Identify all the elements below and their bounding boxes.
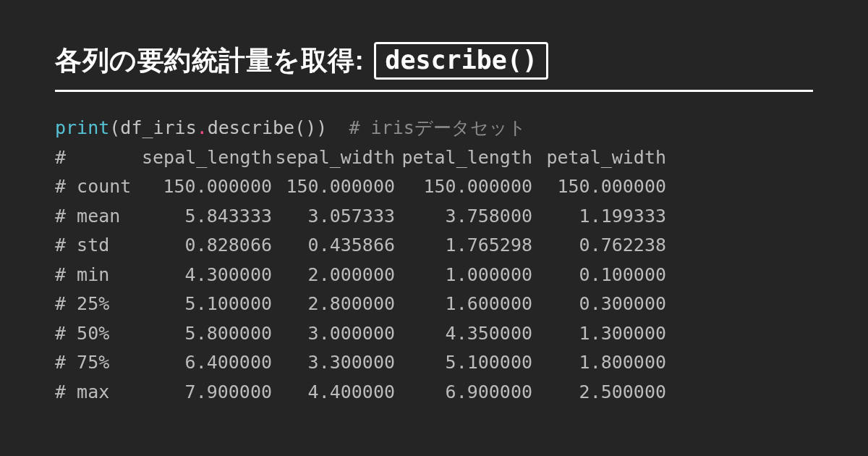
slide-title-text: 各列の要約統計量を取得: xyxy=(55,43,364,79)
output-row-label: # min xyxy=(55,261,142,290)
output-cell-value: 1.800000 xyxy=(532,348,666,378)
output-row-label: # count xyxy=(55,172,142,202)
slide-title-row: 各列の要約統計量を取得: describe() xyxy=(55,42,813,92)
code-paren-close: ) xyxy=(316,117,327,138)
code-method-call: describe() xyxy=(208,117,317,138)
output-cell-value: 5.843333 xyxy=(142,202,272,232)
output-cell-value: 4.300000 xyxy=(142,261,272,290)
output-cell-value: 5.800000 xyxy=(142,319,272,349)
output-cell-value: 5.100000 xyxy=(395,348,532,378)
output-cell-value: 4.400000 xyxy=(272,378,395,408)
output-data-row: # 75%6.4000003.3000005.1000001.800000 xyxy=(55,348,813,378)
output-cell-value: 3.758000 xyxy=(395,202,532,232)
output-data-row: # 25%5.1000002.8000001.6000000.300000 xyxy=(55,290,813,319)
output-row-label: # std xyxy=(55,231,142,261)
output-cell-value: 0.762238 xyxy=(532,231,666,261)
output-cell-value: 6.400000 xyxy=(142,348,272,378)
output-cell-value: 3.057333 xyxy=(272,202,395,232)
output-cell-value: 1.600000 xyxy=(395,290,532,319)
output-col-header: sepal_length xyxy=(142,143,272,173)
output-cell-value: 0.435866 xyxy=(272,231,395,261)
slide-title-boxed-code: describe() xyxy=(374,42,548,80)
output-rows-container: # count150.000000150.000000150.000000150… xyxy=(55,172,813,407)
output-row-label: # max xyxy=(55,378,142,408)
code-inline-comment: # irisデータセット xyxy=(327,117,526,138)
output-data-row: # mean5.8433333.0573333.7580001.199333 xyxy=(55,202,813,232)
code-block: print(df_iris.describe()) # irisデータセット #… xyxy=(55,114,813,407)
output-cell-value: 0.100000 xyxy=(532,261,666,290)
output-row-label: # 25% xyxy=(55,290,142,319)
output-cell-value: 3.000000 xyxy=(272,319,395,349)
output-cell-value: 150.000000 xyxy=(272,172,395,202)
output-cell-value: 150.000000 xyxy=(532,172,666,202)
output-data-row: # max7.9000004.4000006.9000002.500000 xyxy=(55,378,813,408)
code-argument: df_iris xyxy=(120,117,196,138)
output-data-row: # count150.000000150.000000150.000000150… xyxy=(55,172,813,202)
output-header-label: # xyxy=(55,143,142,173)
output-data-row: # 50%5.8000003.0000004.3500001.300000 xyxy=(55,319,813,349)
output-row-label: # 50% xyxy=(55,319,142,349)
output-cell-value: 1.300000 xyxy=(532,319,666,349)
output-cell-value: 2.500000 xyxy=(532,378,666,408)
output-cell-value: 4.350000 xyxy=(395,319,532,349)
output-row-label: # mean xyxy=(55,202,142,232)
code-dot: . xyxy=(197,117,208,138)
output-cell-value: 1.000000 xyxy=(395,261,532,290)
output-cell-value: 1.765298 xyxy=(395,231,532,261)
output-cell-value: 0.300000 xyxy=(532,290,666,319)
output-cell-value: 150.000000 xyxy=(395,172,532,202)
output-cell-value: 1.199333 xyxy=(532,202,666,232)
output-cell-value: 6.900000 xyxy=(395,378,532,408)
output-col-header: petal_length xyxy=(395,143,532,173)
output-header-row: #sepal_lengthsepal_widthpetal_lengthpeta… xyxy=(55,143,813,173)
output-cell-value: 7.900000 xyxy=(142,378,272,408)
output-cell-value: 150.000000 xyxy=(142,172,272,202)
output-cell-value: 0.828066 xyxy=(142,231,272,261)
output-cell-value: 3.300000 xyxy=(272,348,395,378)
output-col-header: petal_width xyxy=(532,143,666,173)
output-row-label: # 75% xyxy=(55,348,142,378)
output-col-header: sepal_width xyxy=(272,143,395,173)
code-function-name: print xyxy=(55,117,109,138)
code-paren-open: ( xyxy=(109,117,120,138)
slide: 各列の要約統計量を取得: describe() print(df_iris.de… xyxy=(0,0,868,407)
output-data-row: # min4.3000002.0000001.0000000.100000 xyxy=(55,261,813,290)
output-cell-value: 2.000000 xyxy=(272,261,395,290)
output-cell-value: 2.800000 xyxy=(272,290,395,319)
output-data-row: # std0.8280660.4358661.7652980.762238 xyxy=(55,231,813,261)
output-cell-value: 5.100000 xyxy=(142,290,272,319)
